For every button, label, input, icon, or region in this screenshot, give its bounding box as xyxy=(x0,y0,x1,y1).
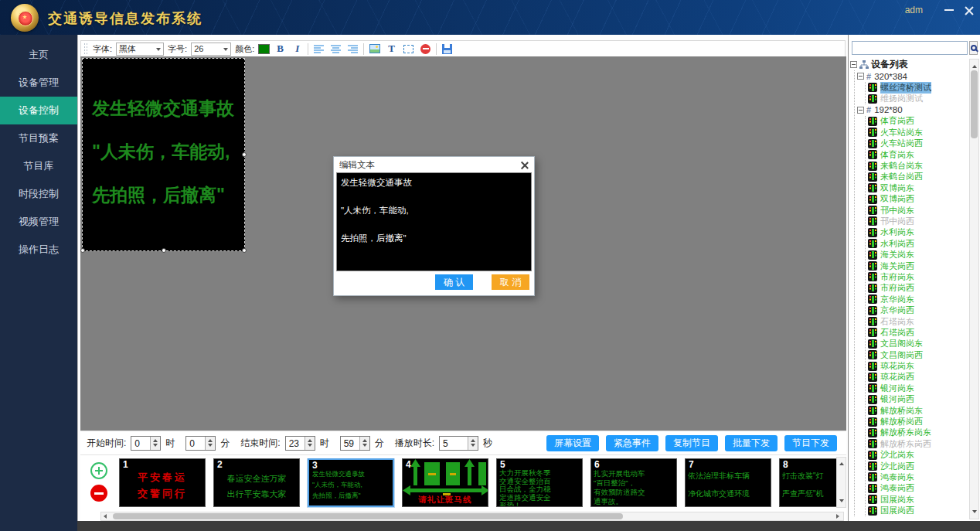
insert-text-button[interactable]: T xyxy=(385,43,398,56)
confirm-button[interactable]: 确 认 xyxy=(435,274,473,290)
start-minute-input[interactable]: 0 xyxy=(185,436,216,451)
spinner-buttons[interactable] xyxy=(468,437,478,450)
sidebar-item-2[interactable]: 设备管理 xyxy=(0,69,77,97)
playlist-item-4[interactable]: 4 请礼让斑马线 xyxy=(402,458,488,507)
sidebar-item-8[interactable]: 操作日志 xyxy=(0,236,77,264)
device-item[interactable]: 文昌阁岗西 xyxy=(868,349,968,360)
sidebar-item-3[interactable]: 设备控制 xyxy=(0,97,77,124)
device-item[interactable]: 维扬岗测试 xyxy=(868,93,968,104)
dialog-close-button[interactable] xyxy=(520,161,529,169)
device-group-192*80[interactable]: #192*80 xyxy=(857,104,968,116)
device-item[interactable]: 火车站岗西 xyxy=(868,138,968,149)
collapse-toggle-icon[interactable] xyxy=(850,61,857,68)
add-program-button[interactable] xyxy=(90,462,107,479)
device-item[interactable]: 来鹤台岗东 xyxy=(868,160,968,171)
device-search-input[interactable] xyxy=(852,41,968,55)
device-item[interactable]: 来鹤台岗西 xyxy=(868,172,968,182)
spinner-buttons[interactable] xyxy=(305,437,315,450)
device-item[interactable]: 海关岗西 xyxy=(868,260,968,271)
align-right-button[interactable] xyxy=(346,43,359,56)
playlist-item-2[interactable]: 2春运安全连万家出行平安靠大家 xyxy=(213,458,300,507)
device-item[interactable]: 银河岗西 xyxy=(868,394,968,405)
playlist-scrollbar-vertical[interactable] xyxy=(836,457,846,508)
device-item[interactable]: 京华岗西 xyxy=(868,305,968,315)
led-preview[interactable]: 发生轻微交通事故"人未伤，车能动,先拍照，后撤离" xyxy=(82,58,245,251)
device-item[interactable]: 琼花岗东 xyxy=(868,360,968,371)
sidebar-item-1[interactable]: 主页 xyxy=(0,41,77,69)
cancel-button[interactable]: 取 消 xyxy=(492,274,529,290)
action-button-4[interactable]: 批量下发 xyxy=(725,435,778,451)
device-item[interactable]: 鸿泰岗西 xyxy=(868,483,968,494)
playlist-item-1[interactable]: 1平安春运交警同行 xyxy=(119,458,206,507)
playlist-item-5[interactable]: 5大力开展秋冬季交通安全整治百日会战，全力稳定道路交通安全形势！ xyxy=(496,458,583,507)
device-item[interactable]: 沙北岗西 xyxy=(868,461,968,471)
marquee-button[interactable] xyxy=(402,43,415,56)
action-button-3[interactable]: 复制节目 xyxy=(665,435,718,451)
search-button[interactable] xyxy=(969,41,978,55)
tree-root[interactable]: 设备列表 xyxy=(850,59,968,70)
device-group-320*384[interactable]: #320*384 xyxy=(857,70,968,82)
device-item[interactable]: 邗中岗东 xyxy=(868,205,968,216)
device-item[interactable]: 银河岗东 xyxy=(868,383,968,393)
end-hour-input[interactable]: 23 xyxy=(285,436,315,451)
device-item[interactable]: 水利岗东 xyxy=(868,227,968,238)
device-item[interactable]: 体育岗东 xyxy=(868,149,968,160)
device-item[interactable]: 邗中岗西 xyxy=(868,216,968,226)
sidebar-item-7[interactable]: 视频管理 xyxy=(0,208,77,236)
resize-handle[interactable] xyxy=(242,152,247,157)
device-scrollbar[interactable] xyxy=(969,59,979,519)
playlist-item-7[interactable]: 7依法治理非标车辆净化城市交通环境 xyxy=(685,458,771,507)
playlist-item-3[interactable]: 3发生轻微交通事故"人未伤，车能动,先拍照，后撤离" xyxy=(308,458,394,507)
save-button[interactable] xyxy=(441,43,454,56)
device-item[interactable]: 文昌阁岗东 xyxy=(868,339,968,349)
end-minute-input[interactable]: 59 xyxy=(340,436,370,451)
device-item[interactable]: 解放桥岗东 xyxy=(868,405,968,416)
device-item[interactable]: 体育岗西 xyxy=(868,116,968,127)
duration-input[interactable]: 5 xyxy=(439,436,478,451)
device-item[interactable]: 螺丝湾桥测试 xyxy=(868,82,968,93)
device-item[interactable]: 水利岗西 xyxy=(868,238,968,249)
device-item[interactable]: 双博岗东 xyxy=(868,182,968,193)
italic-button[interactable]: I xyxy=(291,43,304,56)
device-item[interactable]: 火车站岗东 xyxy=(868,127,968,138)
device-item[interactable]: 琼花岗西 xyxy=(868,372,968,383)
device-item[interactable]: 解放桥岗西 xyxy=(868,416,968,427)
resize-handle[interactable] xyxy=(242,248,247,253)
resize-handle[interactable] xyxy=(80,248,85,253)
action-button-5[interactable]: 节目下发 xyxy=(784,435,837,451)
bold-button[interactable]: B xyxy=(274,43,287,56)
sidebar-item-6[interactable]: 时段控制 xyxy=(0,180,77,208)
delete-program-button[interactable] xyxy=(90,485,107,502)
align-center-button[interactable] xyxy=(329,43,342,56)
device-item[interactable]: 市府岗西 xyxy=(868,283,968,294)
playlist-scrollbar-horizontal[interactable] xyxy=(100,512,844,521)
spinner-buttons[interactable] xyxy=(205,437,215,450)
device-item[interactable]: 石塔岗东 xyxy=(868,316,968,327)
insert-image-button[interactable] xyxy=(368,43,381,56)
close-button[interactable] xyxy=(961,3,976,17)
device-item[interactable]: 京华岗东 xyxy=(868,294,968,305)
align-left-button[interactable] xyxy=(312,43,325,56)
spinner-buttons[interactable] xyxy=(150,437,160,450)
device-item[interactable]: 石塔岗西 xyxy=(868,327,968,338)
device-item[interactable]: 解放桥东岗东 xyxy=(868,427,968,438)
playlist-item-6[interactable]: 6扎实开展电动车"百日整治"，有效预防道路交通事故。 xyxy=(590,458,677,507)
sidebar-item-5[interactable]: 节目库 xyxy=(0,152,77,180)
font-size-select[interactable]: 26 xyxy=(191,43,231,56)
start-hour-input[interactable]: 0 xyxy=(131,436,161,451)
device-item[interactable]: 双博岗西 xyxy=(868,194,968,205)
stop-button[interactable] xyxy=(419,43,432,56)
font-family-select[interactable]: 黑体 xyxy=(116,43,164,56)
action-button-2[interactable]: 紧急事件 xyxy=(606,435,658,451)
sidebar-item-4[interactable]: 节目预案 xyxy=(0,124,77,152)
device-item[interactable]: 鸿泰岗东 xyxy=(868,471,968,482)
device-item[interactable]: 市府岗东 xyxy=(868,271,968,282)
device-item[interactable]: 沙北岗东 xyxy=(868,450,968,461)
color-swatch[interactable] xyxy=(258,44,270,54)
device-item[interactable]: 海关岗东 xyxy=(868,249,968,260)
scrollbar-thumb[interactable] xyxy=(971,70,978,138)
device-item[interactable]: 国展岗东 xyxy=(868,494,968,505)
collapse-toggle-icon[interactable] xyxy=(857,107,864,114)
minimize-button[interactable] xyxy=(941,3,957,17)
collapse-toggle-icon[interactable] xyxy=(857,73,864,80)
